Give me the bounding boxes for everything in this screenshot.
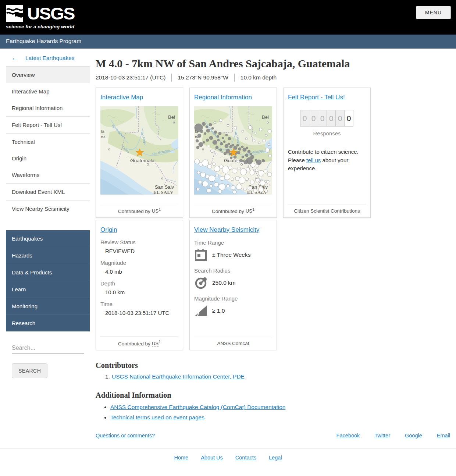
sidebar-item-data-products[interactable]: Data & Products <box>6 264 90 281</box>
sidebar-item-view-nearby-seismicity[interactable]: View Nearby Seismicity <box>6 200 90 217</box>
magnitude-range-label: Magnitude Range <box>194 295 272 302</box>
sidebar-item-waveforms[interactable]: Waveforms <box>6 167 90 183</box>
footer-home-link[interactable]: Home <box>174 455 188 461</box>
origin-link[interactable]: Origin <box>100 226 117 233</box>
contributor-us-link[interactable]: US <box>152 208 159 214</box>
menu-button[interactable]: MENU <box>416 6 451 19</box>
review-status-label: Review Status <box>100 239 178 245</box>
back-arrow-icon: ← <box>12 54 18 62</box>
search-input[interactable] <box>12 343 84 354</box>
sidebar-item-research[interactable]: Research <box>6 315 90 331</box>
sidebar-item-regional-information[interactable]: Regional Information <box>6 100 90 116</box>
contributor-us-link[interactable]: US <box>246 208 253 214</box>
search-radius-value: 250.0 km <box>212 280 236 286</box>
contributors-list: 1.USGS National Earthquake Information C… <box>96 373 450 380</box>
counter-digit: 0 <box>318 110 327 127</box>
meta-divider <box>234 74 235 82</box>
view-nearby-seismicity-link[interactable]: View Nearby Seismicity <box>194 226 259 233</box>
program-title: Earthquake Hazards Program <box>6 38 81 44</box>
interactive-map-link[interactable]: Interactive Map <box>100 94 143 101</box>
list-item: 1.USGS National Earthquake Information C… <box>105 373 450 380</box>
regional-information-link[interactable]: Regional Information <box>194 94 252 101</box>
site-header: USGS science for a changing world MENU <box>0 0 456 35</box>
magnitude-value: 4.0 mb <box>105 269 178 275</box>
sidebar-item-origin[interactable]: Origin <box>6 150 90 167</box>
counter-digit: 0 <box>309 110 318 127</box>
contributor-link[interactable]: USGS National Earthquake Information Cen… <box>112 373 245 380</box>
sidebar-item-hazards[interactable]: Hazards <box>6 247 90 264</box>
responses-label: Responses <box>288 130 366 136</box>
sidebar-item-monitoring[interactable]: Monitoring <box>6 298 90 315</box>
magnitude-label: Magnitude <box>100 260 178 266</box>
sidebar-item-download-kml[interactable]: Download Event KML <box>6 184 90 200</box>
event-time: 2018-10-03 23:51:17 (UTC) <box>96 74 165 81</box>
google-link[interactable]: Google <box>405 433 422 438</box>
search-radius-label: Search Radius <box>194 267 272 274</box>
footer-about-link[interactable]: About Us <box>201 455 223 461</box>
search-button[interactable]: SEARCH <box>12 363 47 378</box>
list-item: ANSS Comprehensive Earthquake Catalog (C… <box>110 404 450 411</box>
list-item: Technical terms used on event pages <box>110 414 450 421</box>
comcat-documentation-link[interactable]: ANSS Comprehensive Earthquake Catalog (C… <box>110 404 285 410</box>
additional-information-heading: Additional Information <box>96 391 450 399</box>
feedback-row: Questions or comments? Facebook Twitter … <box>96 433 450 438</box>
card-footer: Contributed by US1 <box>100 204 178 214</box>
magnitude-range-value: ≥ 1.0 <box>212 308 225 314</box>
page-title: M 4.0 - 7km NW of San Andres Sajcabaja, … <box>96 57 450 70</box>
anss-comcat-label: ANSS Comcat <box>217 341 249 346</box>
latest-earthquakes-link[interactable]: Latest Earthquakes <box>25 55 75 61</box>
responses-counter: 0 0 0 0 0 0 <box>288 110 366 127</box>
depth-label: Depth <box>100 280 178 287</box>
contributor-us-link[interactable]: US <box>152 341 159 347</box>
site-nav: Earthquakes Hazards Data & Products Lear… <box>6 230 90 331</box>
facebook-link[interactable]: Facebook <box>336 433 360 438</box>
contributor-footnote: 1 <box>158 207 161 212</box>
time-range-value: ± Three Weeks <box>212 252 250 258</box>
sidebar-item-learn[interactable]: Learn <box>6 281 90 298</box>
technical-terms-link[interactable]: Technical terms used on event pages <box>110 414 204 420</box>
counter-digit: 0 <box>327 110 336 127</box>
sidebar-item-technical[interactable]: Technical <box>6 134 90 150</box>
email-link[interactable]: Email <box>437 433 450 438</box>
radius-icon <box>194 276 207 289</box>
felt-report-link[interactable]: Felt Report - Tell Us! <box>288 94 345 101</box>
interactive-map-thumbnail[interactable] <box>100 106 178 195</box>
card-footer: ANSS Comcat <box>194 337 272 346</box>
magnitude-triangle-icon <box>194 304 207 317</box>
time-label: Time <box>100 301 178 307</box>
sidebar-item-interactive-map[interactable]: Interactive Map <box>6 83 90 100</box>
main-content: M 4.0 - 7km NW of San Andres Sajcabaja, … <box>90 49 456 448</box>
social-links: Facebook Twitter Google Email <box>336 433 450 438</box>
contributor-number: 1. <box>105 373 110 380</box>
interactive-map-card: Interactive Map Contributed by US1 <box>96 88 183 218</box>
sidebar-item-felt-report[interactable]: Felt Report - Tell Us! <box>6 117 90 133</box>
contributor-footnote: 1 <box>158 340 161 344</box>
back-link[interactable]: ← Latest Earthquakes <box>6 49 90 66</box>
footer-legal-link[interactable]: Legal <box>269 455 282 461</box>
usgs-logo[interactable]: USGS science for a changing world <box>6 4 456 29</box>
card-footer: Citizen Scientist Contributions <box>288 205 366 214</box>
contributed-by-label: Contributed by <box>118 341 150 346</box>
review-status-value: REVIEWED <box>105 248 178 254</box>
meta-divider <box>171 74 172 82</box>
footer-contacts-link[interactable]: Contacts <box>235 455 256 461</box>
usgs-logo-text: USGS <box>27 5 74 22</box>
sidebar: ← Latest Earthquakes Overview Interactiv… <box>6 49 90 393</box>
event-meta: 2018-10-03 23:51:17 (UTC) 15.273°N 90.95… <box>96 74 450 82</box>
card-footer: Contributed by US1 <box>100 336 178 347</box>
citizen-scientist-label: Citizen Scientist Contributions <box>294 208 360 214</box>
origin-card: Origin Review Status REVIEWED Magnitude … <box>96 220 183 350</box>
nearby-seismicity-card: View Nearby Seismicity Time Range ± Thre… <box>189 220 277 350</box>
depth-value: 10.0 km <box>105 289 178 295</box>
additional-information-list: ANSS Comprehensive Earthquake Catalog (C… <box>96 404 450 421</box>
sidebar-item-overview[interactable]: Overview <box>6 67 90 83</box>
felt-report-card: Felt Report - Tell Us! 0 0 0 0 0 0 Respo… <box>283 88 371 218</box>
sidebar-item-earthquakes[interactable]: Earthquakes <box>6 230 90 247</box>
tell-us-link[interactable]: tell us <box>306 157 321 163</box>
usgs-tagline: science for a changing world <box>6 24 456 29</box>
regional-map-thumbnail[interactable] <box>194 106 272 195</box>
questions-comments-link[interactable]: Questions or comments? <box>96 433 155 438</box>
event-coordinates: 15.273°N 90.958°W <box>178 74 228 81</box>
twitter-link[interactable]: Twitter <box>374 433 390 438</box>
card-footer: Contributed by US1 <box>194 204 272 214</box>
